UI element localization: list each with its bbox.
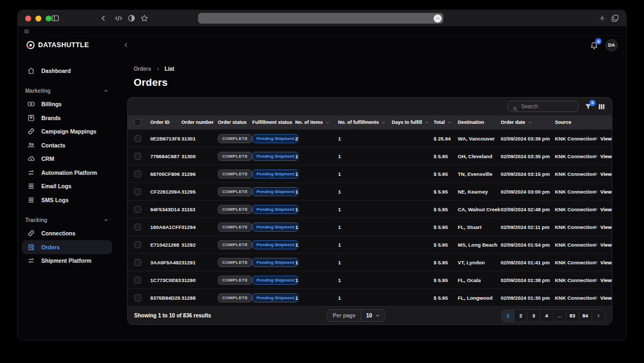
view-button[interactable]: View: [594, 153, 612, 159]
row-checkbox[interactable]: [134, 241, 141, 248]
table-row: 1C773C0E6331290COMPLETEPending Shipment1…: [128, 271, 612, 288]
row-checkbox[interactable]: [134, 294, 141, 301]
column-header-order-date[interactable]: Order date: [501, 120, 555, 125]
sidebar-item-sms-logs[interactable]: SMS Logs: [22, 193, 112, 207]
view-button[interactable]: View: [594, 189, 612, 195]
cell-order-number: 31291: [181, 260, 218, 265]
row-checkbox[interactable]: [134, 188, 141, 195]
column-header-destination: Destination: [458, 120, 501, 125]
cell-order-id: 3AA0F5A492: [150, 260, 181, 265]
view-button[interactable]: View: [594, 224, 612, 230]
search-input[interactable]: [521, 103, 574, 109]
column-header-label: Total: [434, 120, 445, 125]
pagination-page-3[interactable]: 3: [528, 310, 540, 322]
sidebar-item-brands[interactable]: Brands: [22, 111, 112, 125]
row-checkbox[interactable]: [134, 224, 141, 231]
cell-fulfillment-status: Pending Shipment: [252, 258, 295, 267]
bookmark-star-icon[interactable]: [140, 14, 149, 23]
sidebar-item-campaign-mappings[interactable]: Campaign Mappings: [22, 125, 112, 139]
cell-order-id: 1C773C0E63: [150, 277, 181, 283]
sidebar-item-billings[interactable]: Billings: [22, 98, 112, 112]
pagination-page-1[interactable]: 1: [502, 310, 515, 322]
page-appearance-icon[interactable]: [127, 14, 136, 23]
hamburger-menu-icon[interactable]: [23, 27, 30, 34]
pagination-page-83[interactable]: 83: [566, 310, 579, 322]
view-button-label: View: [601, 242, 612, 248]
row-checkbox[interactable]: [134, 259, 141, 266]
per-page-select[interactable]: Per page 10: [327, 309, 385, 322]
pagination-next-button[interactable]: [592, 310, 605, 322]
row-checkbox[interactable]: [134, 277, 141, 284]
address-bar[interactable]: [198, 13, 443, 24]
column-header-no-of-items[interactable]: No. of items: [295, 120, 338, 125]
home-icon: [27, 67, 35, 75]
row-checkbox[interactable]: [134, 153, 141, 160]
sidebar-item-dashboard[interactable]: Dashboard: [22, 64, 112, 78]
column-header-no-of-fulfillments[interactable]: No. of fulfillments: [338, 120, 392, 125]
view-button[interactable]: View: [594, 171, 612, 177]
row-checkbox[interactable]: [134, 171, 141, 177]
browser-sidebar-toggle-icon[interactable]: [51, 14, 60, 23]
columns-button[interactable]: [598, 103, 605, 110]
sidebar-item-connections[interactable]: Connections: [22, 227, 112, 241]
pagination-page-4[interactable]: 4: [540, 310, 553, 322]
sidebar-section-tracking[interactable]: Tracking: [22, 217, 112, 223]
filter-button[interactable]: 0: [584, 103, 592, 110]
pagination-page-84[interactable]: 84: [579, 310, 592, 322]
sidebar-item-orders[interactable]: Orders: [22, 240, 112, 254]
fulfillment-status-badge: Pending Shipment: [252, 205, 298, 214]
sidebar-item-crm[interactable]: CRM: [22, 152, 112, 166]
view-button[interactable]: View: [594, 206, 612, 212]
devtools-code-icon[interactable]: [114, 14, 123, 23]
sidebar-section-label: Tracking: [25, 217, 47, 223]
cell-no-of-fulfillments: 1: [338, 260, 392, 265]
cell-order-date: 02/09/2024 03:00 pm: [501, 189, 555, 195]
user-avatar[interactable]: DA: [605, 39, 618, 51]
table-body: 0E2B6713F531301COMPLETEPending Shipment2…: [128, 129, 612, 306]
view-button[interactable]: View: [594, 260, 612, 265]
row-checkbox[interactable]: [134, 135, 141, 142]
eye-icon: [594, 171, 598, 177]
column-header-total[interactable]: Total: [434, 120, 458, 125]
cell-order-date: 02/09/2024 03:15 pm: [501, 171, 555, 177]
view-button[interactable]: View: [594, 136, 612, 142]
view-button[interactable]: View: [594, 242, 612, 248]
cell-fulfillment-status: Pending Shipment: [252, 152, 295, 161]
sidebar-item-contacts[interactable]: Contacts: [22, 138, 112, 152]
cell-no-of-fulfillments: 1: [338, 189, 392, 195]
cell-order-id: E710421268: [150, 242, 181, 248]
new-tab-icon[interactable]: [598, 14, 606, 23]
search-input-wrap[interactable]: [508, 101, 579, 112]
column-header-label: Days to fulfill: [392, 120, 422, 125]
breadcrumb-current: List: [165, 66, 174, 72]
view-button[interactable]: View: [594, 277, 612, 283]
close-window-button[interactable]: [25, 16, 31, 21]
view-button[interactable]: View: [594, 295, 612, 301]
sidebar-item-automation-platform[interactable]: Automation Platform: [22, 166, 112, 180]
row-checkbox[interactable]: [134, 206, 141, 213]
sidebar-item-shipment-platform[interactable]: Shipment Platform: [22, 254, 112, 268]
sidebar-collapse-icon[interactable]: [122, 41, 130, 49]
back-icon[interactable]: [99, 14, 108, 23]
eye-icon: [594, 189, 598, 195]
sidebar-item-email-logs[interactable]: Email Logs: [22, 180, 112, 194]
tab-overview-icon[interactable]: [611, 14, 619, 23]
app-logo-text: DATASHUTTLE: [38, 41, 89, 49]
cell-total: $ 5.95: [434, 260, 458, 265]
sidebar-section-label: Marketing: [25, 88, 50, 94]
window-controls: [25, 16, 52, 21]
column-header-label: Order ID: [150, 120, 170, 125]
browser-toolbar: [18, 10, 626, 26]
pagination-page-2[interactable]: 2: [515, 310, 528, 322]
notifications-button[interactable]: 0: [590, 41, 598, 49]
minimize-window-button[interactable]: [35, 16, 41, 21]
more-options-icon[interactable]: [434, 14, 442, 23]
column-header-days-to-fulfill[interactable]: Days to fulfill: [392, 120, 434, 125]
app-logo[interactable]: DATASHUTTLE: [26, 41, 89, 49]
sidebar-section-marketing[interactable]: Marketing: [22, 88, 112, 94]
select-all-checkbox[interactable]: [134, 119, 141, 126]
column-header-order-id: Order ID: [150, 120, 181, 125]
sidebar-item-label: Email Logs: [41, 183, 71, 189]
filter-badge: 0: [589, 100, 596, 106]
breadcrumb-parent[interactable]: Orders: [134, 66, 151, 72]
